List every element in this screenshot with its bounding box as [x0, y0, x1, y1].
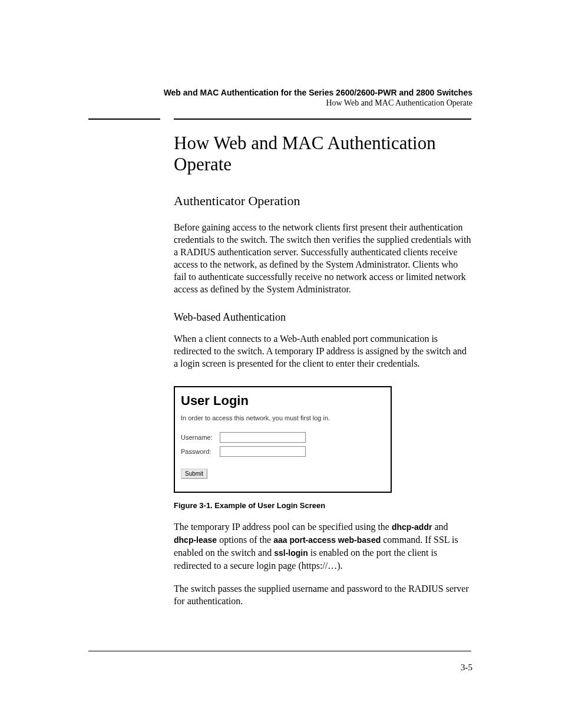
running-header-section: How Web and MAC Authentication Operate	[164, 98, 472, 108]
password-row: Password:	[181, 446, 385, 457]
p3-bold-dhcp-addr: dhcp-addr	[392, 522, 432, 532]
heading-h2: Authenticator Operation	[174, 193, 471, 209]
login-subtitle: In order to access this network, you mus…	[181, 414, 385, 421]
header-rule-long	[174, 118, 471, 120]
p3-bold-dhcp-lease: dhcp-lease	[174, 535, 217, 545]
header-rule-short	[88, 118, 160, 120]
page-number: 3-5	[461, 663, 472, 673]
paragraph-intro: Before gaining access to the network cli…	[174, 221, 471, 295]
paragraph-webauth: When a client connects to a Web-Auth ena…	[174, 332, 471, 370]
p3-bold-aaa: aaa port-access web-based	[273, 535, 381, 545]
footer-rule	[88, 651, 471, 651]
running-header-chapter: Web and MAC Authentication for the Serie…	[164, 87, 472, 98]
username-label: Username:	[181, 434, 220, 441]
content-column: How Web and MAC Authentication Operate A…	[174, 133, 471, 618]
paragraph-radius: The switch passes the supplied username …	[174, 582, 471, 607]
p3-pre: The temporary IP address pool can be spe…	[174, 522, 392, 532]
page: Web and MAC Authentication for the Serie…	[0, 0, 562, 728]
heading-h1: How Web and MAC Authentication Operate	[174, 133, 471, 175]
figure-caption: Figure 3-1. Example of User Login Screen	[174, 501, 471, 510]
running-header: Web and MAC Authentication for the Serie…	[164, 87, 472, 108]
login-title: User Login	[181, 393, 385, 409]
figure-login-box: User Login In order to access this netwo…	[174, 386, 392, 493]
p3-mid2: options of the	[217, 535, 273, 545]
username-row: Username:	[181, 432, 385, 443]
heading-h3: Web-based Authentication	[174, 310, 471, 324]
submit-button[interactable]: Submit	[181, 469, 207, 479]
paragraph-options: The temporary IP address pool can be spe…	[174, 521, 471, 572]
password-label: Password:	[181, 448, 220, 455]
p3-mid1: and	[432, 522, 448, 532]
username-input[interactable]	[220, 432, 306, 443]
p3-bold-ssl: ssl-login	[274, 548, 308, 558]
password-input[interactable]	[220, 446, 306, 457]
